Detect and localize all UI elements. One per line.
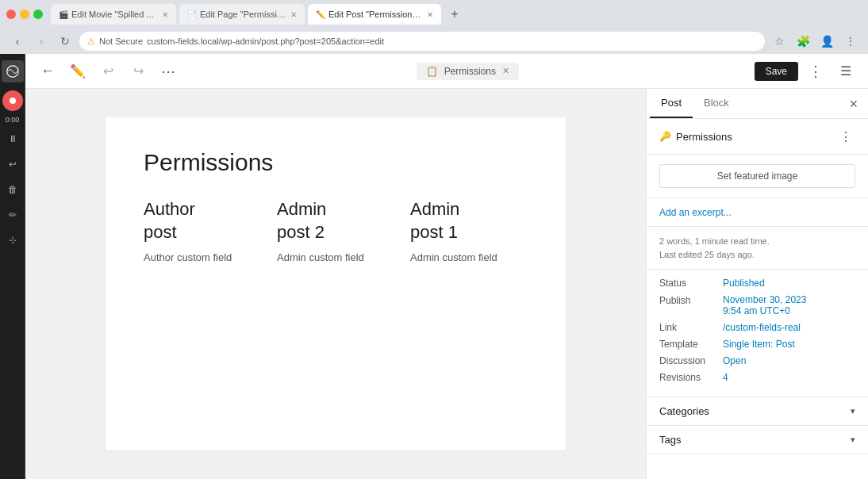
- extensions-icon[interactable]: 🧩: [793, 32, 812, 51]
- browser-menu-icon[interactable]: ⋮: [841, 32, 860, 51]
- excerpt-section: Add an excerpt...: [647, 198, 868, 227]
- link-value[interactable]: /custom-fields-real: [723, 322, 801, 333]
- tab-label: Edit Page "Permissions" × ...: [200, 10, 287, 19]
- nav-forward-btn[interactable]: ›: [32, 32, 51, 51]
- template-label: Template: [659, 339, 723, 350]
- browser-tab-active[interactable]: ✏️ Edit Post "Permissions" × cu... ✕: [308, 4, 441, 25]
- url-bar-row: ‹ › ↻ ⚠ Not Secure custom-fields.local/w…: [0, 29, 868, 54]
- tags-accordion[interactable]: Tags ▾: [647, 426, 868, 454]
- meta-section: 2 words, 1 minute read time. Last edited…: [647, 227, 868, 270]
- url-bar[interactable]: ⚠ Not Secure custom-fields.local/wp-admi…: [79, 32, 765, 51]
- recording-panel: 0:00 ⏸ ↩ 🗑 ✏ ⊹: [0, 54, 25, 479]
- new-tab-btn[interactable]: +: [444, 4, 465, 25]
- tab-close-icon[interactable]: ✕: [427, 10, 433, 19]
- tags-chevron-icon: ▾: [851, 435, 855, 445]
- publish-label: Publish: [659, 294, 723, 306]
- undo-btn[interactable]: ↩: [2, 154, 23, 174]
- nav-back-btn[interactable]: ‹: [8, 32, 27, 51]
- revisions-label: Revisions: [659, 372, 723, 383]
- topbar-options-icon[interactable]: ⋮: [803, 59, 828, 84]
- win-max-btn[interactable]: [33, 10, 43, 19]
- meta-words: 2 words, 1 minute read time.: [659, 235, 855, 248]
- publish-value[interactable]: November 30, 2023 9:54 am UTC+0: [723, 294, 806, 316]
- tab-favicon: 🎬: [59, 10, 68, 19]
- nav-reload-btn[interactable]: ↻: [56, 32, 75, 51]
- tab-close-icon[interactable]: ✕: [162, 10, 168, 19]
- tab-label: Edit Post "Permissions" × cu...: [328, 10, 424, 19]
- topbar-settings-icon[interactable]: ☰: [833, 59, 858, 84]
- columns-block: Author post Author custom field Admin po…: [144, 198, 528, 263]
- column-2: Admin post 2 Admin custom field: [277, 198, 394, 263]
- editor-topbar: ← ✏️ ↩ ↪ ⋯ 📋 Permissions ✕ Save ⋮ ☰: [25, 54, 868, 89]
- categories-accordion[interactable]: Categories ▾: [647, 397, 868, 426]
- preview-close-icon[interactable]: ✕: [502, 66, 509, 76]
- discussion-label: Discussion: [659, 355, 723, 366]
- permissions-label: Permissions: [676, 131, 732, 143]
- link-row: Link /custom-fields-real: [659, 322, 855, 333]
- tab-label: Edit Movie "Spilled Away"...: [71, 10, 159, 19]
- record-icon: [10, 98, 16, 104]
- browser-tab[interactable]: 🎬 Edit Movie "Spilled Away"... ✕: [51, 4, 176, 25]
- undo-icon[interactable]: ↩: [95, 59, 121, 84]
- details-section: Status Published Publish November 30, 20…: [647, 270, 868, 397]
- set-featured-image-btn[interactable]: Set featured image: [659, 164, 855, 188]
- link-label: Link: [659, 322, 723, 333]
- bookmark-icon[interactable]: ☆: [770, 32, 789, 51]
- security-warning-icon: ⚠: [87, 36, 95, 47]
- categories-chevron-icon: ▾: [851, 406, 855, 416]
- permissions-icon: 🔑: [659, 131, 671, 142]
- window-controls: [6, 10, 43, 19]
- browser-chrome: 🎬 Edit Movie "Spilled Away"... ✕ 📄 Edit …: [0, 0, 868, 29]
- add-excerpt-link[interactable]: Add an excerpt...: [659, 207, 732, 218]
- permissions-section: 🔑 Permissions ⋮: [647, 119, 868, 155]
- column-3-text: Admin custom field: [410, 251, 528, 263]
- grid-btn[interactable]: ⊹: [2, 230, 23, 251]
- profile-icon[interactable]: 👤: [817, 32, 836, 51]
- featured-image-section: Set featured image: [647, 155, 868, 198]
- sidebar-close-btn[interactable]: ✕: [843, 93, 865, 115]
- tools-icon[interactable]: ✏️: [65, 59, 90, 84]
- browser-tab[interactable]: 📄 Edit Page "Permissions" × ... ✕: [179, 4, 305, 25]
- column-2-heading: Admin post 2: [277, 198, 394, 243]
- status-label: Status: [659, 278, 723, 289]
- tab-close-icon[interactable]: ✕: [290, 10, 297, 19]
- column-1-heading: Author post: [144, 198, 261, 243]
- editor-canvas: Permissions Author post Author custom fi…: [25, 89, 646, 479]
- discussion-value[interactable]: Open: [723, 355, 746, 366]
- tags-label: Tags: [659, 434, 681, 446]
- wp-logo-icon: [6, 65, 19, 78]
- pause-btn[interactable]: ⏸: [2, 128, 23, 149]
- sidebar-tabs: Post Block ✕: [647, 89, 868, 119]
- tab-block[interactable]: Block: [693, 89, 740, 118]
- preview-label: Permissions: [444, 66, 496, 77]
- post-content: Permissions Author post Author custom fi…: [106, 117, 566, 450]
- right-sidebar: Post Block ✕ 🔑 Permissions ⋮ Set feature…: [646, 89, 868, 479]
- preview-chip: 📋 Permissions ✕: [417, 63, 519, 80]
- delete-btn[interactable]: 🗑: [2, 179, 23, 200]
- column-1: Author post Author custom field: [144, 198, 261, 263]
- revisions-value[interactable]: 4: [723, 372, 728, 383]
- save-button[interactable]: Save: [755, 62, 798, 81]
- win-close-btn[interactable]: [6, 10, 16, 19]
- column-3: Admin post 1 Admin custom field: [410, 198, 528, 263]
- preview-icon: 📋: [426, 66, 438, 77]
- discussion-row: Discussion Open: [659, 355, 855, 366]
- win-min-btn[interactable]: [20, 10, 29, 19]
- tab-favicon: 📄: [187, 10, 197, 19]
- more-icon[interactable]: ⋯: [156, 59, 181, 84]
- permissions-options-btn[interactable]: ⋮: [836, 127, 855, 146]
- record-time: 0:00: [6, 116, 20, 124]
- column-2-text: Admin custom field: [277, 251, 394, 263]
- redo-icon[interactable]: ↪: [125, 59, 151, 84]
- template-value[interactable]: Single Item: Post: [723, 339, 795, 350]
- status-value[interactable]: Published: [723, 278, 765, 289]
- column-3-heading: Admin post 1: [410, 198, 528, 243]
- wp-logo[interactable]: [2, 60, 24, 82]
- back-btn[interactable]: ←: [35, 59, 60, 84]
- publish-row: Publish November 30, 2023 9:54 am UTC+0: [659, 294, 855, 316]
- edit-btn[interactable]: ✏: [2, 205, 23, 225]
- post-title: Permissions: [144, 149, 528, 176]
- revisions-row: Revisions 4: [659, 372, 855, 383]
- tab-post[interactable]: Post: [650, 89, 693, 118]
- record-button[interactable]: [2, 90, 23, 111]
